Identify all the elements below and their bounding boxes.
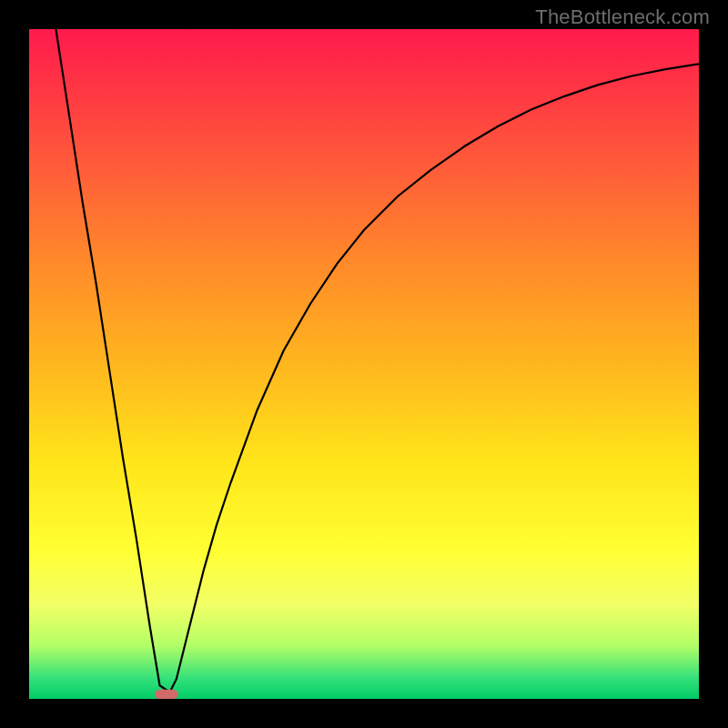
curve-path (56, 29, 699, 693)
chart-frame: TheBottleneck.com (0, 0, 728, 728)
optimal-range-marker (155, 690, 178, 699)
chart-svg (29, 29, 699, 699)
watermark-text: TheBottleneck.com (535, 5, 710, 29)
bottleneck-curve (56, 29, 699, 693)
plot-area (29, 29, 699, 699)
marker-pill (155, 690, 178, 699)
